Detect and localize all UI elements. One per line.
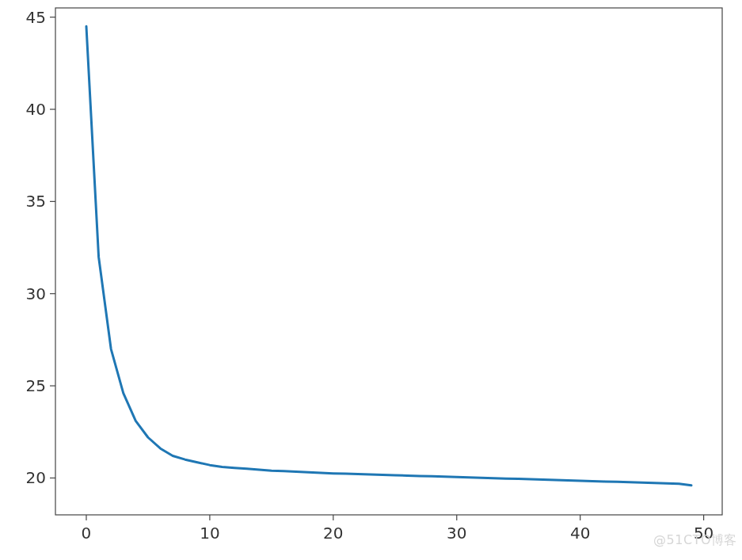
x-tick-label: 20: [323, 524, 343, 543]
plot-area: [55, 8, 722, 515]
y-tick-label: 45: [26, 8, 46, 27]
y-tick-label: 25: [26, 376, 46, 395]
y-tick-label: 30: [26, 284, 46, 303]
line-chart: 0 10 20 30 40 50 20 25 30 35 40 45: [0, 0, 742, 560]
y-tick-label: 35: [26, 192, 46, 211]
y-tick-label: 40: [26, 100, 46, 119]
x-axis-ticks: 0 10 20 30 40 50: [82, 515, 714, 543]
x-tick-label: 30: [447, 524, 466, 543]
y-axis-ticks: 20 25 30 35 40 45: [26, 8, 55, 488]
x-tick-label: 10: [200, 524, 219, 543]
x-tick-label: 40: [570, 524, 590, 543]
y-tick-label: 20: [26, 468, 46, 487]
x-tick-label: 0: [82, 524, 92, 543]
x-tick-label: 50: [694, 524, 713, 543]
data-line: [86, 26, 691, 485]
